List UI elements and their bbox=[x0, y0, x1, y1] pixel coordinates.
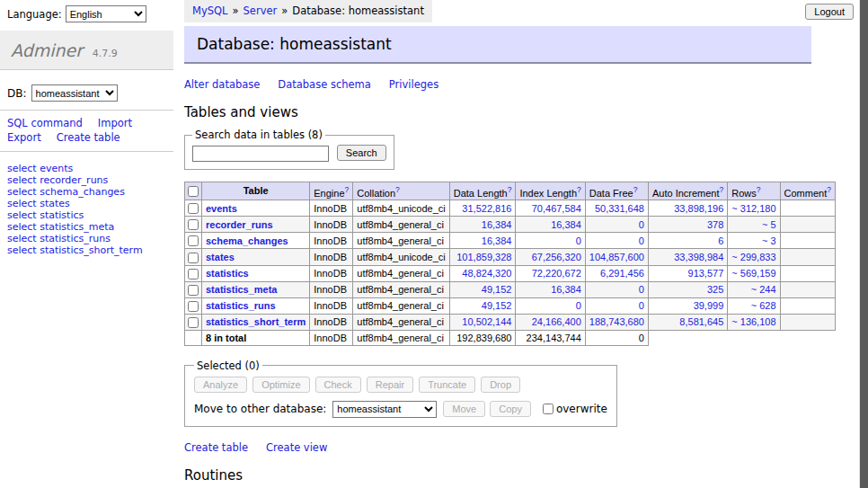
data-free-link[interactable]: 0 bbox=[639, 300, 644, 311]
data-length-link[interactable]: 16,384 bbox=[482, 235, 512, 246]
data-free-link[interactable]: 104,857,600 bbox=[589, 252, 644, 262]
data-length-link[interactable]: 31,522,816 bbox=[462, 203, 511, 214]
index-length-link[interactable]: 0 bbox=[576, 300, 581, 311]
truncate-button[interactable]: Truncate bbox=[419, 377, 475, 393]
drop-button[interactable]: Drop bbox=[481, 377, 520, 393]
row-checkbox[interactable] bbox=[188, 317, 199, 328]
analyze-button[interactable]: Analyze bbox=[194, 377, 247, 393]
data-length-link[interactable]: 10,502,144 bbox=[462, 316, 511, 327]
language-select[interactable]: English bbox=[66, 5, 146, 22]
row-checkbox[interactable] bbox=[188, 253, 199, 263]
search-button[interactable]: Search bbox=[337, 145, 386, 161]
copy-button[interactable]: Copy bbox=[490, 401, 531, 417]
data-length-link[interactable]: 49,152 bbox=[482, 284, 512, 295]
index-length-link[interactable]: 16,384 bbox=[551, 219, 581, 230]
rows-link[interactable]: ~ 312,180 bbox=[731, 203, 775, 214]
index-length-link[interactable]: 70,467,584 bbox=[532, 203, 581, 214]
rows-link[interactable]: ~ 244 bbox=[751, 284, 776, 295]
db-action-alter-database[interactable]: Alter database bbox=[184, 78, 260, 91]
auto-increment-link[interactable]: 325 bbox=[707, 284, 723, 295]
table-name-link[interactable]: statistics_short_term bbox=[206, 316, 306, 327]
column-help-link[interactable]: ? bbox=[577, 185, 581, 194]
index-length-link[interactable]: 72,220,672 bbox=[532, 268, 581, 279]
row-checkbox[interactable] bbox=[188, 203, 199, 214]
auto-increment-link[interactable]: 913,577 bbox=[688, 268, 724, 279]
logout-button[interactable]: Logout bbox=[805, 4, 854, 20]
data-free-link[interactable]: 0 bbox=[639, 235, 644, 246]
move-db-select[interactable]: homeassistant bbox=[332, 401, 437, 418]
repair-button[interactable]: Repair bbox=[367, 377, 413, 393]
column-help-link[interactable]: ? bbox=[395, 185, 400, 194]
auto-increment-link[interactable]: 39,999 bbox=[694, 300, 724, 311]
column-help-link[interactable]: ? bbox=[633, 185, 638, 194]
breadcrumb-mysql[interactable]: MySQL bbox=[192, 4, 228, 17]
sidebar-select-statistics-meta[interactable]: select statistics_meta bbox=[7, 221, 166, 233]
sidebar-select-recorder-runs[interactable]: select recorder_runs bbox=[7, 174, 166, 186]
sidebar-select-schema-changes[interactable]: select schema_changes bbox=[7, 186, 166, 198]
column-help-link[interactable]: ? bbox=[508, 185, 512, 194]
auto-increment-link[interactable]: 33,398,984 bbox=[674, 252, 723, 262]
data-free-link[interactable]: 0 bbox=[639, 219, 644, 230]
data-length-link[interactable]: 48,824,320 bbox=[462, 268, 511, 279]
db-action-database-schema[interactable]: Database schema bbox=[278, 78, 370, 91]
rows-link[interactable]: ~ 628 bbox=[751, 300, 776, 311]
select-all-checkbox[interactable] bbox=[188, 186, 199, 197]
data-free-link[interactable]: 0 bbox=[639, 284, 644, 295]
data-length-link[interactable]: 49,152 bbox=[482, 300, 512, 311]
overwrite-checkbox[interactable] bbox=[543, 404, 554, 414]
row-checkbox[interactable] bbox=[188, 235, 199, 246]
index-length-link[interactable]: 0 bbox=[576, 235, 581, 246]
table-name-link[interactable]: statistics bbox=[206, 268, 249, 279]
sidebar-action-export[interactable]: Export bbox=[7, 132, 41, 144]
auto-increment-link[interactable]: 8,581,645 bbox=[679, 316, 723, 327]
db-select[interactable]: homeassistant bbox=[31, 84, 118, 102]
column-help-link[interactable]: ? bbox=[345, 185, 350, 194]
adminer-logo[interactable]: Adminer bbox=[11, 40, 83, 60]
data-free-link[interactable]: 188,743,680 bbox=[589, 316, 644, 327]
sidebar-action-sql-command[interactable]: SQL command bbox=[7, 118, 83, 129]
data-free-link[interactable]: 50,331,648 bbox=[595, 203, 644, 214]
row-checkbox[interactable] bbox=[188, 269, 199, 279]
sidebar-select-statistics[interactable]: select statistics bbox=[7, 209, 166, 221]
sidebar-select-statistics-runs[interactable]: select statistics_runs bbox=[7, 233, 166, 244]
auto-increment-link[interactable]: 378 bbox=[707, 219, 723, 230]
rows-link[interactable]: ~ 569,159 bbox=[731, 268, 775, 279]
auto-increment-link[interactable]: 6 bbox=[718, 235, 723, 246]
table-name-link[interactable]: states bbox=[206, 252, 235, 262]
data-length-link[interactable]: 101,859,328 bbox=[456, 252, 511, 262]
sidebar-select-statistics-short-term[interactable]: select statistics_short_term bbox=[7, 244, 166, 256]
breadcrumb-server[interactable]: Server bbox=[244, 4, 278, 17]
optimize-button[interactable]: Optimize bbox=[252, 377, 309, 393]
data-free-link[interactable]: 6,291,456 bbox=[600, 268, 644, 279]
rows-link[interactable]: ~ 136,108 bbox=[731, 316, 775, 327]
rows-link[interactable]: ~ 5 bbox=[762, 219, 776, 230]
version-link[interactable]: 4.7.9 bbox=[93, 48, 118, 59]
row-checkbox[interactable] bbox=[188, 219, 199, 230]
table-name-link[interactable]: recorder_runs bbox=[206, 219, 273, 230]
search-input[interactable] bbox=[192, 146, 329, 162]
sidebar-action-import[interactable]: Import bbox=[98, 118, 132, 129]
table-name-link[interactable]: schema_changes bbox=[206, 235, 288, 246]
column-help-link[interactable]: ? bbox=[757, 185, 761, 194]
sidebar-select-events[interactable]: select events bbox=[7, 163, 166, 174]
row-checkbox[interactable] bbox=[188, 301, 199, 312]
db-action-privileges[interactable]: Privileges bbox=[389, 78, 438, 91]
row-checkbox[interactable] bbox=[188, 285, 199, 296]
check-button[interactable]: Check bbox=[315, 377, 361, 393]
column-help-link[interactable]: ? bbox=[720, 185, 724, 194]
table-name-link[interactable]: statistics_meta bbox=[206, 284, 278, 295]
index-length-link[interactable]: 67,256,320 bbox=[532, 252, 581, 262]
page-scrollbar[interactable] bbox=[859, 0, 868, 488]
sidebar-select-states[interactable]: select states bbox=[7, 198, 166, 209]
auto-increment-link[interactable]: 33,898,196 bbox=[674, 203, 723, 214]
rows-link[interactable]: ~ 3 bbox=[762, 235, 776, 246]
move-button[interactable]: Move bbox=[443, 401, 485, 417]
rows-link[interactable]: ~ 299,833 bbox=[731, 252, 775, 262]
sidebar-action-create-table[interactable]: Create table bbox=[57, 132, 120, 144]
link-create-view[interactable]: Create view bbox=[266, 441, 327, 454]
table-name-link[interactable]: statistics_runs bbox=[206, 300, 276, 311]
link-create-table[interactable]: Create table bbox=[184, 441, 248, 454]
column-help-link[interactable]: ? bbox=[827, 185, 831, 194]
index-length-link[interactable]: 24,166,400 bbox=[532, 316, 581, 327]
table-name-link[interactable]: events bbox=[206, 203, 237, 214]
